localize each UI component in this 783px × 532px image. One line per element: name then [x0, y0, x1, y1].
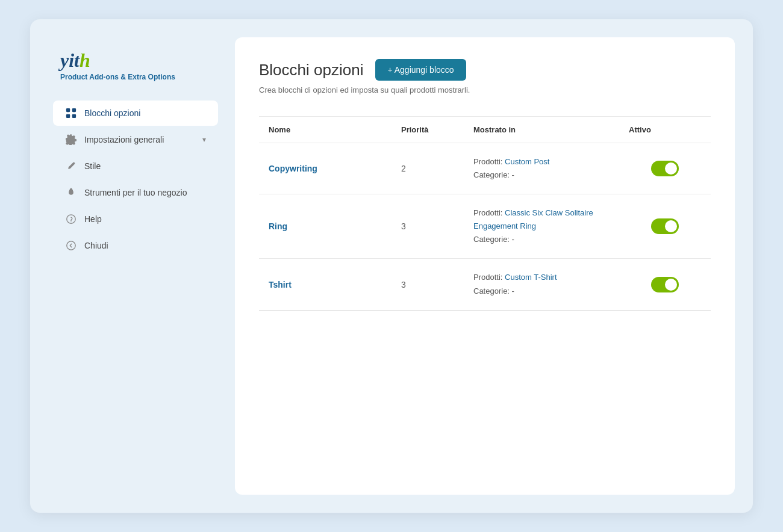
table-row: Tshirt 3 Prodotti: Custom T-Shirt Catego… — [259, 259, 711, 310]
page-description: Crea blocchi di opzioni ed imposta su qu… — [259, 85, 711, 94]
sidebar: yith Product Add-ons & Extra Options Blo… — [48, 37, 223, 495]
prodotti-label: Prodotti: — [473, 157, 502, 166]
row-active-tshirt: ✓ — [629, 277, 701, 292]
row-name-tshirt[interactable]: Tshirt — [269, 280, 401, 289]
logo-subtitle: Product Add-ons & Extra Options — [60, 73, 211, 81]
grid-icon — [65, 107, 77, 119]
sidebar-item-label: Help — [84, 214, 102, 224]
back-icon — [65, 240, 77, 252]
chevron-down-icon: ▾ — [202, 135, 206, 144]
add-block-button[interactable]: + Aggiungi blocco — [375, 59, 466, 81]
logo-h: h — [80, 49, 90, 72]
col-nome: Nome — [269, 125, 401, 134]
logo-area: yith Product Add-ons & Extra Options — [48, 49, 223, 96]
row-active-copywriting: ✓ — [629, 161, 701, 176]
table-header: Nome Priorità Mostrato in Attivo — [259, 117, 711, 143]
toggle-ring[interactable]: ✓ — [651, 218, 679, 234]
blocks-table: Nome Priorità Mostrato in Attivo Copywri… — [259, 116, 711, 335]
sidebar-item-help[interactable]: Help — [53, 206, 218, 232]
categorie-label: Categorie: — [473, 235, 510, 244]
categorie-value: - — [512, 235, 514, 244]
row-active-ring: ✓ — [629, 218, 701, 234]
categorie-label: Categorie: — [473, 170, 510, 179]
logo: yith — [60, 49, 211, 72]
svg-point-5 — [67, 241, 75, 250]
empty-row — [259, 311, 711, 335]
categorie-value: - — [512, 286, 514, 295]
row-name-copywriting[interactable]: Copywriting — [269, 164, 401, 173]
prodotti-value-link[interactable]: Custom Post — [505, 157, 549, 166]
sidebar-item-label: Impostazioni generali — [84, 135, 164, 144]
gear-icon — [65, 134, 77, 146]
svg-rect-0 — [66, 108, 70, 112]
pen-icon — [65, 160, 77, 172]
categorie-value: - — [512, 170, 514, 179]
toggle-tshirt[interactable]: ✓ — [651, 277, 679, 292]
sidebar-item-chiudi[interactable]: Chiudi — [53, 233, 218, 258]
app-container: yith Product Add-ons & Extra Options Blo… — [30, 19, 753, 513]
toggle-copywriting[interactable]: ✓ — [651, 161, 679, 176]
sidebar-item-impostazioni[interactable]: Impostazioni generali ▾ — [53, 127, 218, 152]
table-row: Copywriting 2 Prodotti: Custom Post Cate… — [259, 143, 711, 194]
col-priorita: Priorità — [401, 125, 473, 134]
prodotti-label: Prodotti: — [473, 273, 502, 282]
rocket-icon — [65, 187, 77, 199]
sidebar-item-blocchi-opzioni[interactable]: Blocchi opzioni — [53, 101, 218, 126]
svg-rect-3 — [72, 114, 76, 118]
svg-point-4 — [67, 215, 75, 223]
row-shown-copywriting: Prodotti: Custom Post Categorie: - — [473, 155, 629, 182]
svg-rect-1 — [72, 108, 76, 112]
row-shown-tshirt: Prodotti: Custom T-Shirt Categorie: - — [473, 271, 629, 297]
categorie-label: Categorie: — [473, 286, 510, 295]
main-content: Blocchi opzioni + Aggiungi blocco Crea b… — [235, 37, 735, 495]
row-priority-ring: 3 — [401, 221, 473, 231]
page-header: Blocchi opzioni + Aggiungi blocco — [259, 59, 711, 81]
page-title: Blocchi opzioni — [259, 61, 363, 79]
sidebar-item-label: Chiudi — [84, 241, 108, 250]
prodotti-value-link[interactable]: Custom T-Shirt — [505, 273, 557, 282]
svg-rect-2 — [66, 114, 70, 118]
toggle-check-icon: ✓ — [670, 281, 675, 288]
sidebar-item-label: Strumenti per il tuo negozio — [84, 188, 187, 197]
help-icon — [65, 213, 77, 225]
col-attivo: Attivo — [629, 125, 701, 134]
table-row: Ring 3 Prodotti: Classic Six Claw Solita… — [259, 194, 711, 259]
row-name-ring[interactable]: Ring — [269, 221, 401, 231]
sidebar-item-stile[interactable]: Stile — [53, 153, 218, 179]
prodotti-label: Prodotti: — [473, 208, 502, 217]
sidebar-item-label: Stile — [84, 161, 101, 171]
row-priority-copywriting: 2 — [401, 164, 473, 173]
logo-yit: yit — [60, 49, 80, 72]
row-shown-ring: Prodotti: Classic Six Claw Solitaire Eng… — [473, 206, 629, 246]
sidebar-item-strumenti[interactable]: Strumenti per il tuo negozio — [53, 180, 218, 205]
toggle-check-icon: ✓ — [670, 165, 675, 172]
row-priority-tshirt: 3 — [401, 280, 473, 289]
col-mostrato: Mostrato in — [473, 125, 629, 134]
sidebar-nav: Blocchi opzioni Impostazioni generali ▾ — [48, 101, 223, 258]
sidebar-item-label: Blocchi opzioni — [84, 108, 140, 118]
toggle-check-icon: ✓ — [670, 223, 675, 230]
